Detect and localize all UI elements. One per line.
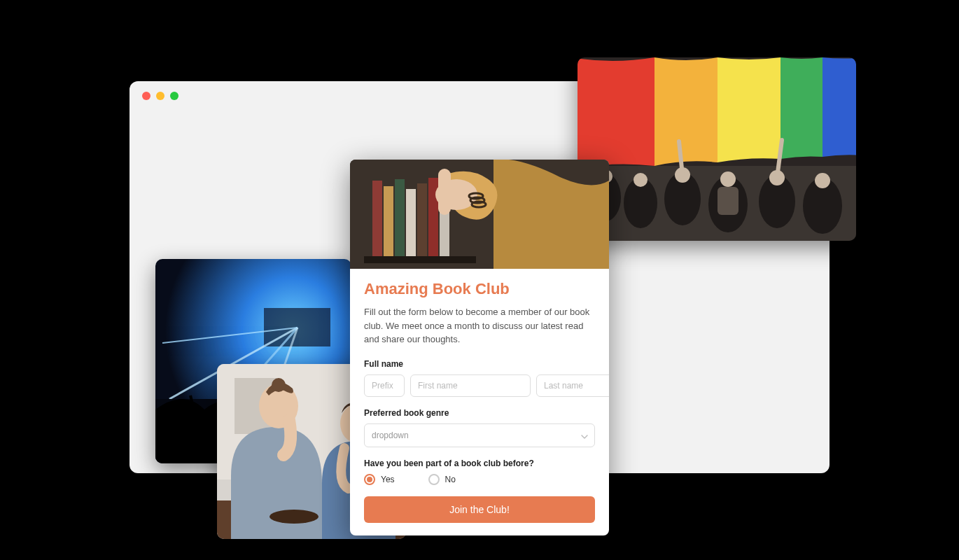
svg-rect-36 [372, 181, 382, 258]
svg-rect-23 [718, 187, 738, 215]
close-window-icon[interactable] [142, 92, 150, 100]
svg-rect-38 [395, 179, 405, 258]
firstname-input[interactable] [410, 374, 531, 397]
svg-point-18 [634, 173, 648, 187]
svg-rect-39 [406, 189, 416, 258]
svg-point-29 [272, 378, 286, 392]
radio-icon [428, 474, 440, 485]
club-before-label: Have you been part of a book club before… [364, 458, 595, 468]
svg-rect-40 [417, 183, 427, 258]
form-hero-image [350, 160, 609, 269]
form-title: Amazing Book Club [364, 280, 595, 298]
svg-rect-37 [384, 186, 393, 258]
svg-point-33 [270, 510, 318, 524]
svg-point-22 [815, 173, 830, 188]
submit-button[interactable]: Join the Club! [364, 496, 595, 523]
signup-form-card: Amazing Book Club Fill out the form belo… [350, 160, 609, 536]
svg-rect-43 [364, 256, 476, 263]
prefix-input[interactable] [364, 374, 405, 397]
radio-icon [364, 474, 375, 485]
svg-point-20 [720, 172, 736, 187]
lastname-input[interactable] [536, 374, 609, 397]
genre-label: Preferred book genre [364, 408, 595, 418]
rainbow-photo [578, 57, 856, 241]
genre-dropdown[interactable]: dropdown [364, 424, 595, 447]
maximize-window-icon[interactable] [170, 92, 178, 100]
fullname-label: Full name [364, 359, 595, 369]
form-description: Fill out the form below to become a memb… [364, 305, 595, 346]
radio-yes-label: Yes [381, 475, 395, 484]
radio-no[interactable]: No [428, 474, 456, 485]
minimize-window-icon[interactable] [156, 92, 164, 100]
radio-no-label: No [445, 475, 456, 484]
radio-yes[interactable]: Yes [364, 474, 395, 485]
